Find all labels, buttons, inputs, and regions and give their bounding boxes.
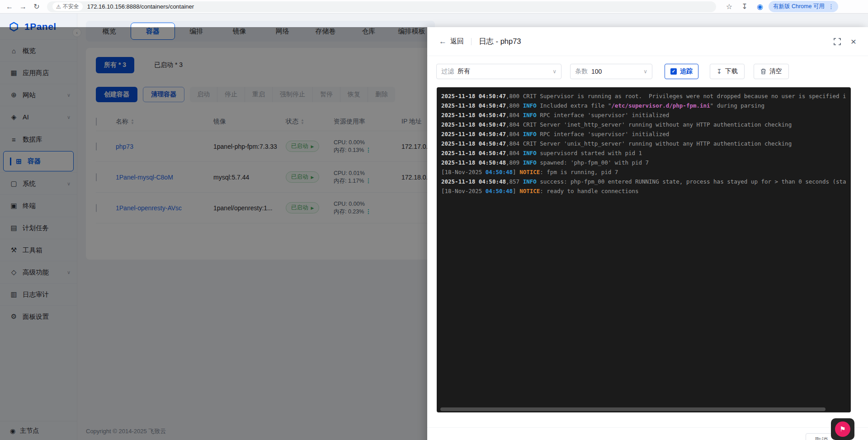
- log-segment: INFO: [523, 131, 537, 137]
- log-segment: CRIT: [523, 121, 537, 128]
- log-segment: " during parsing: [710, 102, 764, 109]
- close-icon[interactable]: ×: [851, 37, 856, 46]
- log-segment: 2025-11-18 04:50:48: [441, 159, 506, 166]
- log-segment: Server 'inet_http_server' running withou…: [537, 121, 792, 128]
- log-segment: ]: [513, 169, 519, 175]
- chevron-down-icon: ∨: [552, 68, 557, 75]
- log-segment: 2025-11-18 04:50:47: [441, 150, 506, 156]
- url-text: 172.16.10.156:8888/containers/container: [87, 3, 194, 10]
- back-icon[interactable]: ←: [3, 3, 16, 11]
- log-segment: CRIT: [523, 93, 537, 99]
- log-segment: supervisord started with pid 1: [537, 150, 642, 156]
- log-segment: 04:50:48: [486, 169, 513, 175]
- log-segment: : fpm is running, pid 7: [540, 169, 618, 175]
- log-segment: 2025-11-18 04:50:47: [441, 121, 506, 128]
- fullscreen-icon[interactable]: [834, 38, 841, 45]
- log-line: [18-Nov-2025 04:50:48] NOTICE: fpm is ru…: [441, 167, 846, 177]
- log-line: 2025-11-18 04:50:47,804 INFO RPC interfa…: [441, 110, 846, 120]
- filter-value: 所有: [458, 67, 470, 76]
- modal-overlay[interactable]: [0, 27, 427, 440]
- follow-checkbox[interactable]: ✓: [670, 68, 677, 75]
- log-line: 2025-11-18 04:50:47,800 CRIT Supervisor …: [441, 91, 846, 101]
- log-segment: ,804: [506, 112, 523, 118]
- log-filter-select[interactable]: 过滤 所有 ∨: [436, 64, 561, 79]
- log-segment: INFO: [523, 178, 537, 185]
- app-root: ⬡ 1Panel ‹ ⌂概览▦应用商店⊕网站∨◈AI∨≡数据库⊞容器▢系统∨▣终…: [0, 14, 868, 440]
- log-line: [18-Nov-2025 04:50:48] NOTICE: ready to …: [441, 186, 846, 196]
- log-segment: ,800: [506, 102, 523, 109]
- log-segment: NOTICE: [519, 169, 540, 175]
- chevron-down-icon: ∨: [643, 68, 647, 75]
- security-chip[interactable]: ⚠不安全: [52, 2, 83, 11]
- log-segment: Supervisor is running as root. Privilege…: [537, 93, 846, 99]
- reload-icon[interactable]: ↻: [30, 2, 43, 11]
- log-segment: spawned: 'php-fpm_00' with pid 7: [537, 159, 649, 166]
- chrome-update-button[interactable]: 有新版 Chrome 可用⋮: [769, 1, 838, 12]
- log-console[interactable]: 2025-11-18 04:50:47,800 CRIT Supervisor …: [437, 87, 851, 412]
- log-segment: 2025-11-18 04:50:48: [441, 178, 506, 185]
- log-segment: CRIT: [523, 140, 537, 147]
- drawer-footer: 取消: [427, 427, 868, 440]
- filter-label: 过滤: [441, 67, 454, 76]
- log-segment: 2025-11-18 04:50:47: [441, 131, 506, 137]
- log-segment: ,809: [506, 159, 523, 166]
- log-segment: Server 'unix_http_server' running withou…: [537, 140, 792, 147]
- log-segment: 04:50:48: [486, 188, 513, 194]
- lines-label: 条数: [575, 67, 588, 76]
- bookmark-star-icon[interactable]: ☆: [722, 2, 736, 11]
- drawer-title: 日志 - php73: [479, 37, 521, 47]
- log-segment: [18-Nov-2025: [441, 188, 486, 194]
- downloads-icon[interactable]: ↧: [738, 2, 751, 11]
- log-segment: : ready to handle connections: [540, 188, 638, 194]
- log-line: 2025-11-18 04:50:47,804 INFO RPC interfa…: [441, 129, 846, 139]
- console-hscrollbar-thumb[interactable]: [440, 407, 826, 411]
- log-segment: RPC interface 'supervisor' initialized: [537, 112, 670, 118]
- log-segment: ,800: [506, 93, 523, 99]
- log-segment: INFO: [523, 159, 537, 166]
- log-segment: ,857: [506, 178, 523, 185]
- log-segment: success: php-fpm_00 entered RUNNING stat…: [537, 178, 846, 185]
- log-line: 2025-11-18 04:50:48,857 INFO success: ph…: [441, 177, 846, 186]
- log-drawer: ← 返回 日志 - php73 × 过滤 所有 ∨ 条数 100: [427, 27, 868, 440]
- lines-value: 100: [591, 68, 602, 75]
- download-button[interactable]: ↧ 下载: [710, 64, 745, 79]
- log-segment: RPC interface 'supervisor' initialized: [537, 131, 670, 137]
- clear-button[interactable]: 清空: [754, 64, 789, 79]
- trash-icon: [760, 68, 766, 75]
- log-segment: Included extra file ": [537, 102, 612, 109]
- recorder-extension-badge[interactable]: ⚑: [831, 418, 854, 440]
- log-segment: INFO: [523, 102, 537, 109]
- log-segment: ,804: [506, 140, 523, 147]
- drawer-back-label[interactable]: 返回: [450, 37, 464, 46]
- log-segment: 2025-11-18 04:50:47: [441, 102, 506, 109]
- log-segment: /etc/supervisor.d/php-fpm.ini: [611, 102, 710, 109]
- log-segment: ,804: [506, 150, 523, 156]
- log-segment: ,804: [506, 131, 523, 137]
- address-bar[interactable]: ⚠不安全 172.16.10.156:8888/containers/conta…: [47, 1, 716, 12]
- log-line: 2025-11-18 04:50:47,804 CRIT Server 'ine…: [441, 120, 846, 129]
- profile-icon[interactable]: ◉: [753, 2, 767, 11]
- chrome-update-label: 有新版 Chrome 可用: [773, 3, 825, 10]
- log-segment: INFO: [523, 150, 537, 156]
- drawer-header: ← 返回 日志 - php73 ×: [427, 27, 868, 56]
- log-segment: 2025-11-18 04:50:47: [441, 93, 506, 99]
- log-segment: ]: [513, 188, 519, 194]
- log-line: 2025-11-18 04:50:47,804 INFO supervisord…: [441, 148, 846, 158]
- download-icon: ↧: [717, 68, 722, 75]
- browser-toolbar: ← → ↻ ⚠不安全 172.16.10.156:8888/containers…: [0, 0, 868, 14]
- log-segment: ,804: [506, 121, 523, 128]
- security-label: 不安全: [63, 3, 79, 10]
- forward-icon[interactable]: →: [16, 3, 30, 11]
- log-line: 2025-11-18 04:50:47,800 INFO Included ex…: [441, 101, 846, 110]
- log-segment: 2025-11-18 04:50:47: [441, 140, 506, 147]
- log-lines-select[interactable]: 条数 100 ∨: [570, 64, 652, 79]
- clear-label: 清空: [769, 67, 782, 76]
- log-line: 2025-11-18 04:50:47,804 CRIT Server 'uni…: [441, 139, 846, 148]
- log-segment: 2025-11-18 04:50:47: [441, 112, 506, 118]
- warning-icon: ⚠: [56, 4, 61, 10]
- log-segment: INFO: [523, 112, 537, 118]
- follow-toggle-button[interactable]: ✓ 追踪: [665, 64, 698, 79]
- log-toolbar: 过滤 所有 ∨ 条数 100 ∨ ✓ 追踪 ↧ 下载: [427, 56, 868, 85]
- browser-menu-icon[interactable]: ⋮: [828, 3, 834, 10]
- drawer-back-icon[interactable]: ←: [439, 37, 447, 46]
